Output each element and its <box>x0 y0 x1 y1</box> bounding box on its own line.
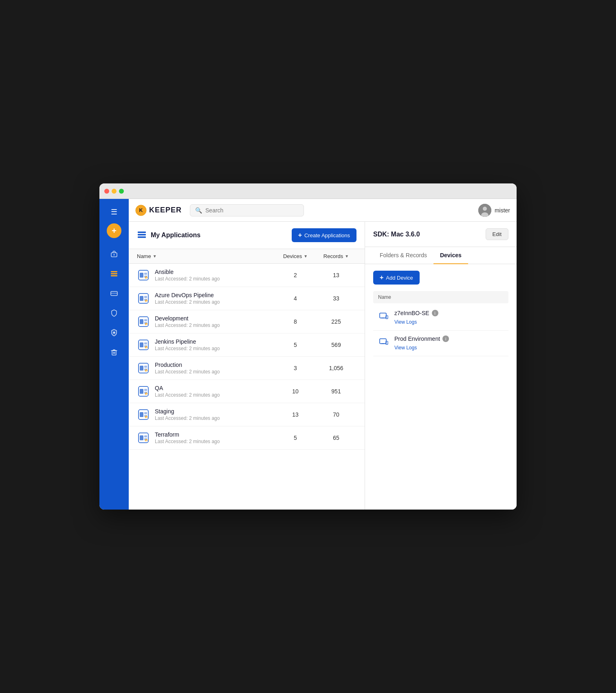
view-logs-link[interactable]: View Logs <box>394 319 417 325</box>
devices-table-header: Name <box>373 291 508 303</box>
sidebar-item-applications[interactable] <box>106 266 122 282</box>
app-row-icon: ⚙ <box>137 292 150 305</box>
name-sort-icon: ▼ <box>153 254 157 258</box>
svg-rect-60 <box>140 435 143 440</box>
sidebar-item-shield[interactable] <box>106 305 122 321</box>
app-row-icon: ⚙ <box>137 431 150 444</box>
app-devices-count: 8 <box>275 318 316 325</box>
app-name-section: Jenkins Pipeline Last Accessed: 2 minute… <box>155 338 275 351</box>
avatar[interactable] <box>478 204 491 217</box>
app-records-count: 225 <box>316 318 356 325</box>
svg-rect-55 <box>144 412 147 414</box>
app-name: Development <box>155 315 275 322</box>
device-name-row: Prod Environment i <box>394 335 504 342</box>
app-devices-count: 10 <box>275 388 316 395</box>
info-icon[interactable]: i <box>442 335 449 342</box>
svg-point-12 <box>483 207 487 211</box>
fullscreen-button[interactable] <box>119 189 124 194</box>
table-row[interactable]: ⚙ Development Last Accessed: 2 minutes a… <box>129 310 365 333</box>
svg-rect-31 <box>144 319 147 321</box>
app-subtitle: Last Accessed: 2 minutes ago <box>155 346 275 351</box>
table-row[interactable]: ⚙ Jenkins Pipeline Last Accessed: 2 minu… <box>129 333 365 357</box>
sidebar-item-security[interactable] <box>106 324 122 341</box>
app-subtitle: Last Accessed: 2 minutes ago <box>155 439 275 444</box>
create-applications-button[interactable]: + Create Applications <box>292 228 356 242</box>
app-row-icon: ⚙ <box>137 408 150 421</box>
sidebar-item-cards[interactable] <box>106 285 122 302</box>
app-window: ☰ + <box>99 183 517 510</box>
device-icon <box>378 311 389 322</box>
app-row-icon: ⚙ <box>137 385 150 398</box>
col-devices-header[interactable]: Devices ▼ <box>275 253 316 259</box>
table-row[interactable]: ⚙ Staging Last Accessed: 2 minutes ago 1… <box>129 403 365 426</box>
table-row[interactable]: ⚙ QA Last Accessed: 2 minutes ago 10 951 <box>129 380 365 403</box>
svg-rect-48 <box>140 389 143 394</box>
app-name-section: QA Last Accessed: 2 minutes ago <box>155 385 275 398</box>
svg-rect-61 <box>144 435 147 437</box>
app-row-icon: ⚙ <box>137 315 150 328</box>
edit-button[interactable]: Edit <box>486 228 508 240</box>
app-row-icon: ⚙ <box>137 269 150 282</box>
applications-list: ⚙ Ansible Last Accessed: 2 minutes ago 2… <box>129 264 365 510</box>
svg-rect-37 <box>144 342 147 344</box>
create-app-plus-icon: + <box>298 232 302 239</box>
traffic-lights <box>104 189 124 194</box>
search-bar[interactable]: 🔍 <box>190 204 304 216</box>
table-row[interactable]: ⚙ Azure DevOps Pipeline Last Accessed: 2… <box>129 287 365 310</box>
app-records-count: 569 <box>316 342 356 348</box>
sidebar-item-vault[interactable] <box>106 246 122 263</box>
svg-rect-49 <box>144 389 147 391</box>
device-name: Prod Environment <box>394 335 440 342</box>
svg-point-1 <box>114 254 115 256</box>
app-name: Azure DevOps Pipeline <box>155 292 275 298</box>
svg-rect-16 <box>138 236 146 238</box>
app-name: Jenkins Pipeline <box>155 338 275 345</box>
app-devices-count: 5 <box>275 435 316 441</box>
svg-rect-19 <box>144 273 147 275</box>
app-name: Staging <box>155 408 275 415</box>
sidebar-menu-button[interactable]: ☰ <box>106 204 122 220</box>
records-sort-icon: ▼ <box>345 254 349 258</box>
app-name-section: Ansible Last Accessed: 2 minutes ago <box>155 269 275 282</box>
add-device-label: Add Device <box>386 275 413 281</box>
close-button[interactable] <box>104 189 109 194</box>
device-name: z7eInnBO-SE <box>394 310 429 316</box>
create-app-label: Create Applications <box>304 232 350 238</box>
logo-text: KEEPER <box>149 206 182 214</box>
svg-rect-25 <box>144 296 147 298</box>
app-subtitle: Last Accessed: 2 minutes ago <box>155 276 275 282</box>
app-name-section: Development Last Accessed: 2 minutes ago <box>155 315 275 328</box>
app-subtitle: Last Accessed: 2 minutes ago <box>155 322 275 328</box>
sidebar-add-button[interactable]: + <box>107 223 121 238</box>
app-header: K KEEPER 🔍 mister <box>129 199 517 222</box>
view-logs-link[interactable]: View Logs <box>394 345 417 351</box>
app-records-count: 33 <box>316 295 356 302</box>
tab-folders---records[interactable]: Folders & Records <box>373 247 433 264</box>
info-icon[interactable]: i <box>432 310 438 316</box>
app-records-count: 1,056 <box>316 365 356 371</box>
applications-icon <box>137 230 147 240</box>
svg-rect-3 <box>111 273 117 274</box>
col-records-header[interactable]: Records ▼ <box>316 253 356 259</box>
app-devices-count: 4 <box>275 295 316 302</box>
app-name-section: Terraform Last Accessed: 2 minutes ago <box>155 431 275 444</box>
device-row: Prod Environment i View Logs <box>373 331 508 356</box>
left-panel: My Applications + Create Applications Na… <box>129 222 365 510</box>
search-input[interactable] <box>205 207 299 214</box>
tab-devices[interactable]: Devices <box>433 247 468 264</box>
minimize-button[interactable] <box>112 189 117 194</box>
app-records-count: 70 <box>316 411 356 418</box>
add-device-button[interactable]: + Add Device <box>373 271 420 285</box>
svg-rect-42 <box>140 366 143 371</box>
app-devices-count: 2 <box>275 272 316 278</box>
col-name-header[interactable]: Name ▼ <box>137 253 275 259</box>
svg-rect-6 <box>111 293 117 294</box>
app-name: Terraform <box>155 431 275 438</box>
svg-rect-4 <box>111 275 117 276</box>
sidebar-item-trash[interactable] <box>106 344 122 360</box>
table-row[interactable]: ⚙ Production Last Accessed: 2 minutes ag… <box>129 357 365 380</box>
table-row[interactable]: ⚙ Terraform Last Accessed: 2 minutes ago… <box>129 426 365 450</box>
table-row[interactable]: ⚙ Ansible Last Accessed: 2 minutes ago 2… <box>129 264 365 287</box>
svg-rect-65 <box>380 313 386 318</box>
app-subtitle: Last Accessed: 2 minutes ago <box>155 369 275 375</box>
